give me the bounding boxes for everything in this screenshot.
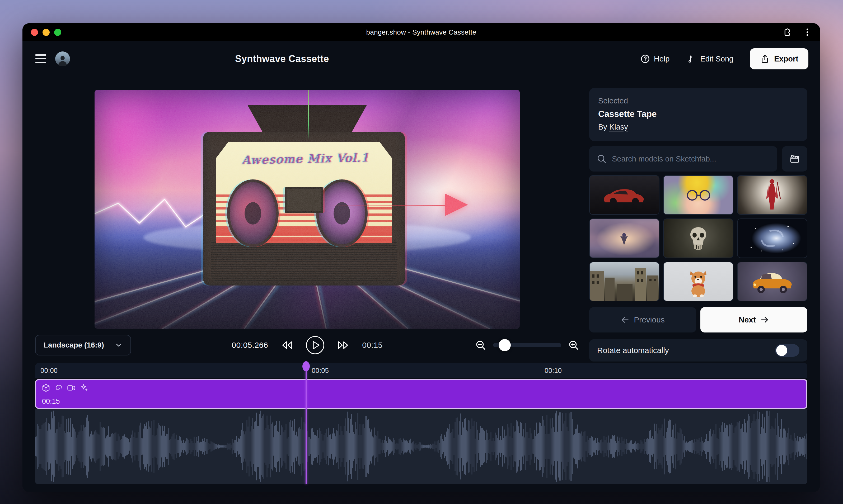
desktop: banger.show - Synthwave Cassette Synthwa…: [0, 0, 843, 504]
fast-forward-button[interactable]: [336, 340, 350, 350]
browser-window: banger.show - Synthwave Cassette Synthwa…: [22, 23, 820, 492]
model-thumbnail-cartoon-vintage-car[interactable]: [737, 262, 807, 301]
timeline: 00:00 00:05 00:10 00:15: [35, 363, 807, 484]
fast-forward-icon: [336, 340, 350, 350]
model-search: [589, 146, 777, 172]
app-header: Synthwave Cassette Help Edit Song Export: [22, 41, 820, 76]
timeline-ruler[interactable]: 00:00 00:05 00:10: [35, 363, 807, 378]
model-thumbnail-human-skull[interactable]: [663, 218, 734, 258]
edit-song-label: Edit Song: [700, 55, 734, 63]
selected-model-name: Cassette Tape: [598, 109, 798, 119]
ruler-tick: 00:10: [539, 363, 807, 378]
model-sidebar: Selected Cassette Tape By Klasy: [589, 76, 807, 363]
model-thumbnail-cartoon-shiba-inu[interactable]: [663, 262, 734, 301]
rotate-setting-row: Rotate automatically: [589, 339, 807, 361]
page-title: Synthwave Cassette: [235, 53, 329, 65]
zoom-slider-knob[interactable]: [499, 339, 511, 351]
model-thumbnail-red-sports-car[interactable]: [589, 175, 659, 215]
scene-clip[interactable]: 00:15: [35, 379, 807, 409]
export-icon: [760, 54, 770, 64]
next-button[interactable]: Next: [700, 307, 807, 332]
browser-menu-icon[interactable]: [802, 27, 813, 37]
browser-titlebar: banger.show - Synthwave Cassette: [22, 23, 820, 41]
rewind-button[interactable]: [280, 340, 294, 350]
aspect-ratio-dropdown[interactable]: Landscape (16:9): [35, 335, 131, 356]
search-input[interactable]: [612, 155, 770, 163]
model-thumbnail-abandoned-city-street[interactable]: [589, 262, 659, 301]
previous-button[interactable]: Previous: [589, 307, 696, 332]
extensions-icon[interactable]: [781, 27, 792, 37]
spiral-icon: [54, 383, 63, 392]
selected-caption: Selected: [598, 96, 798, 105]
window-title: banger.show - Synthwave Cassette: [22, 28, 820, 36]
avatar[interactable]: [55, 52, 70, 66]
previous-label: Previous: [634, 315, 665, 324]
clapperboard-icon: [789, 153, 801, 165]
selected-model-panel: Selected Cassette Tape By Klasy: [589, 88, 807, 141]
arrow-left-icon: [621, 315, 630, 324]
export-label: Export: [774, 55, 798, 63]
music-note-icon: [687, 54, 696, 64]
cube-icon: [41, 383, 50, 392]
next-label: Next: [739, 315, 756, 324]
author-link[interactable]: Klasy: [609, 123, 628, 131]
play-icon: [306, 336, 325, 355]
aspect-ratio-value: Landscape (16:9): [44, 341, 104, 349]
model-thumbnail-fantasy-warrior-red[interactable]: [737, 175, 807, 215]
zoom-out-button[interactable]: [475, 340, 486, 351]
current-time: 00:05.266: [231, 341, 268, 349]
help-button[interactable]: Help: [633, 49, 677, 69]
author-prefix: By: [598, 123, 607, 131]
help-icon: [640, 54, 650, 64]
play-button[interactable]: [306, 336, 325, 355]
clip-duration: 00:15: [42, 397, 60, 406]
audio-waveform[interactable]: [35, 409, 807, 484]
model-thumbnail-spiral-galaxy[interactable]: [737, 218, 807, 258]
rotate-toggle[interactable]: [775, 344, 799, 357]
model-grid: [589, 175, 807, 301]
search-icon: [597, 154, 607, 164]
zoom-in-button[interactable]: [568, 340, 579, 351]
ruler-tick: 00:05: [306, 363, 539, 378]
menu-icon[interactable]: [35, 54, 46, 63]
playhead-handle[interactable]: [303, 361, 310, 371]
model-thumbnail-anime-girl-with-glasses[interactable]: [663, 175, 734, 215]
video-preview[interactable]: Awesome Mix Vol.1: [94, 90, 520, 329]
edit-song-button[interactable]: Edit Song: [680, 49, 740, 68]
zoom-out-icon: [475, 340, 486, 351]
total-duration: 00:15: [362, 341, 383, 349]
ruler-tick: 00:00: [35, 363, 306, 378]
video-camera-icon: [67, 383, 76, 392]
stage: Awesome Mix Vol.1: [35, 76, 579, 363]
arrow-right-icon: [760, 315, 769, 324]
rotate-toggle-label: Rotate automatically: [597, 346, 669, 355]
clapperboard-button[interactable]: [782, 146, 807, 172]
rewind-icon: [280, 340, 294, 350]
zoom-slider[interactable]: [493, 343, 561, 347]
sparkles-icon: [80, 383, 88, 392]
export-button[interactable]: Export: [750, 48, 808, 69]
playback-controls: Landscape (16:9) 00:05.266: [35, 335, 579, 356]
zoom-in-icon: [568, 340, 579, 351]
chevron-down-icon: [115, 341, 123, 349]
model-thumbnail-floating-island-in-clouds[interactable]: [589, 218, 659, 258]
help-label: Help: [654, 55, 670, 63]
